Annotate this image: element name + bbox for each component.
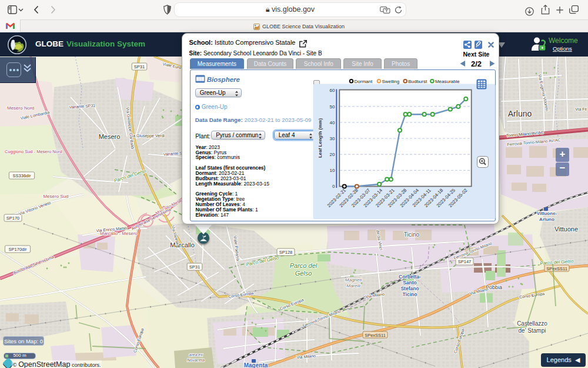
svg-text:SP170: SP170 [6,216,20,221]
svg-text:SP170dir: SP170dir [9,247,27,252]
svg-text:Magneti: Magneti [345,277,362,283]
svg-text:Castellazzo: Castellazzo [517,320,547,327]
svg-text:SP31: SP31 [134,64,145,69]
svg-text:SP147: SP147 [458,259,472,264]
svg-text:SP31: SP31 [189,264,200,270]
svg-text:50: 50 [330,104,335,110]
svg-text:Dormant: Dormant [355,79,373,84]
svg-text:Arluno: Arluno [539,217,554,222]
svg-text:Santo: Santo [403,280,417,286]
svg-text:10: 10 [330,168,335,173]
svg-text:Corbetta-: Corbetta- [399,274,421,280]
svg-text:Via Fil: Via Fil [575,107,587,111]
svg-text:Leaf Length (mm): Leaf Length (mm) [318,118,323,158]
svg-text:Parco del: Parco del [290,262,318,269]
svg-text:Gelso: Gelso [295,270,312,277]
svg-text:20: 20 [330,152,335,157]
svg-text:Novaceta: Novaceta [187,358,205,362]
svg-text:Vittuone-: Vittuone- [537,211,557,216]
svg-text:Mesero Sud: Mesero Sud [43,194,68,199]
svg-text:Ticino: Ticino [403,291,417,297]
svg-text:Ticino: Ticino [404,231,420,238]
svg-text:Stefano: Stefano [400,286,419,291]
svg-text:SP128: SP128 [279,250,293,255]
svg-text:Mesero Nord: Mesero Nord [7,105,34,111]
svg-text:60: 60 [330,88,335,93]
svg-text:Budburst: Budburst [408,79,427,84]
svg-text:Marelli: Marelli [346,283,360,289]
svg-text:0: 0 [332,184,335,189]
svg-text:Arluno: Arluno [508,109,532,118]
svg-text:Cuggiono Sud - Mesero Nord: Cuggiono Sud - Mesero Nord [5,149,62,154]
svg-text:SPexSS11: SPexSS11 [365,333,386,338]
svg-text:Marcallo: Marcallo [170,241,195,248]
svg-text:Magenta: Magenta [244,362,268,368]
svg-text:Vittuone: Vittuone [554,226,578,233]
svg-text:Mesero: Mesero [99,133,121,140]
svg-text:Via Giuseppe Verdi: Via Giuseppe Verdi [129,134,165,138]
svg-text:area ex: area ex [189,353,203,357]
svg-text:SPexSS11: SPexSS11 [546,266,567,271]
svg-text:40: 40 [330,120,335,125]
svg-text:30: 30 [330,136,335,141]
svg-text:Swelling: Swelling [382,79,399,84]
svg-text:Measurable: Measurable [435,79,460,84]
svg-text:de' Stampi: de' Stampi [519,327,546,334]
svg-text:SS336dir: SS336dir [13,173,31,178]
